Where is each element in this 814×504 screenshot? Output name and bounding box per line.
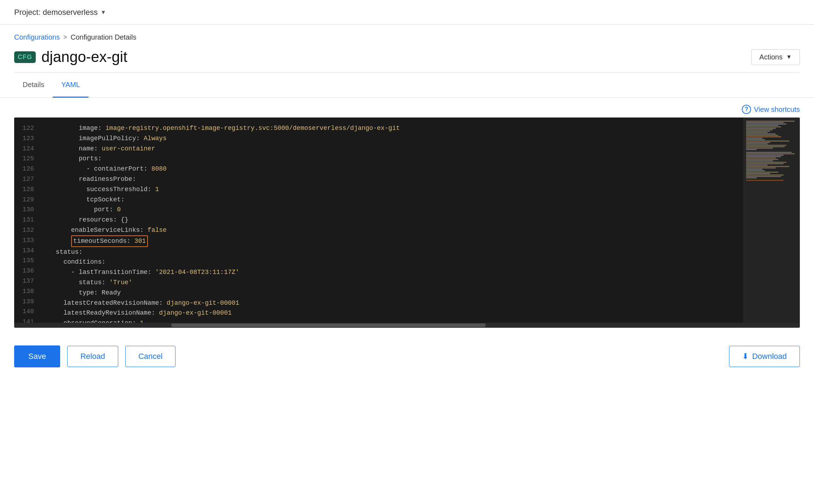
page-title: django-ex-git xyxy=(41,48,127,65)
line-numbers: 122 123 124 125 126 127 128 129 130 131 … xyxy=(14,118,42,323)
tab-details[interactable]: Details xyxy=(14,73,53,98)
shortcuts-row: ? View shortcuts xyxy=(0,98,814,118)
code-line-125: ports: xyxy=(42,154,743,164)
breadcrumb-parent[interactable]: Configurations xyxy=(14,33,60,41)
breadcrumb-separator: > xyxy=(63,34,67,41)
minimap xyxy=(743,118,800,323)
code-line-138: type: Ready xyxy=(42,288,743,298)
code-line-128: successThreshold: 1 xyxy=(42,184,743,195)
download-label: Download xyxy=(752,352,787,361)
shortcuts-label: View shortcuts xyxy=(754,105,800,114)
code-line-135: conditions: xyxy=(42,257,743,267)
code-line-124: name: user-container xyxy=(42,144,743,154)
bottom-bar-left: Save Reload Cancel xyxy=(14,345,176,367)
project-label: Project: demoserverless xyxy=(14,8,98,17)
chevron-down-icon: ▼ xyxy=(101,9,106,16)
code-area[interactable]: 122 123 124 125 126 127 128 129 130 131 … xyxy=(14,118,800,323)
code-line-131: resources: {} xyxy=(42,215,743,225)
minimap-content xyxy=(743,118,800,323)
horizontal-scrollbar-thumb xyxy=(171,323,486,327)
code-line-130: port: 0 xyxy=(42,205,743,215)
cancel-button[interactable]: Cancel xyxy=(125,346,176,367)
code-line-139: latestCreatedRevisionName: django-ex-git… xyxy=(42,298,743,308)
bottom-bar: Save Reload Cancel ⬇ Download xyxy=(0,335,814,378)
code-line-137: status: 'True' xyxy=(42,277,743,288)
code-line-123: imagePullPolicy: Always xyxy=(42,133,743,144)
breadcrumb: Configurations > Configuration Details xyxy=(0,25,814,45)
editor-container: 122 123 124 125 126 127 128 129 130 131 … xyxy=(14,118,800,328)
code-line-133: timeoutSeconds: 301 xyxy=(42,235,743,247)
download-icon: ⬇ xyxy=(742,352,749,361)
reload-button[interactable]: Reload xyxy=(67,346,118,367)
tabs: Details YAML xyxy=(0,73,814,98)
code-line-141: observedGeneration: 1 xyxy=(42,318,743,323)
cfg-badge: CFG xyxy=(14,51,36,63)
code-line-134: status: xyxy=(42,247,743,257)
code-line-140: latestReadyRevisionName: django-ex-git-0… xyxy=(42,308,743,318)
code-line-136: - lastTransitionTime: '2021-04-08T23:11:… xyxy=(42,267,743,277)
tab-yaml[interactable]: YAML xyxy=(53,73,88,98)
help-icon: ? xyxy=(742,105,751,114)
actions-dropdown-arrow: ▼ xyxy=(786,54,792,60)
horizontal-scrollbar[interactable] xyxy=(14,323,800,328)
actions-button[interactable]: Actions ▼ xyxy=(751,49,800,65)
code-line-122: image: image-registry.openshift-image-re… xyxy=(42,123,743,133)
code-content[interactable]: image: image-registry.openshift-image-re… xyxy=(42,118,743,323)
page-title-row: CFG django-ex-git Actions ▼ xyxy=(0,45,814,73)
page-title-left: CFG django-ex-git xyxy=(14,48,127,65)
download-button[interactable]: ⬇ Download xyxy=(729,346,800,367)
top-bar: Project: demoserverless ▼ xyxy=(0,0,814,25)
save-button[interactable]: Save xyxy=(14,345,60,367)
code-line-132: enableServiceLinks: false xyxy=(42,225,743,235)
breadcrumb-current: Configuration Details xyxy=(70,33,136,41)
code-line-126: - containerPort: 8080 xyxy=(42,164,743,174)
project-selector[interactable]: Project: demoserverless ▼ xyxy=(14,8,106,17)
actions-label: Actions xyxy=(759,53,783,61)
view-shortcuts-link[interactable]: ? View shortcuts xyxy=(742,105,800,114)
code-line-129: tcpSocket: xyxy=(42,195,743,205)
code-line-127: readinessProbe: xyxy=(42,174,743,184)
